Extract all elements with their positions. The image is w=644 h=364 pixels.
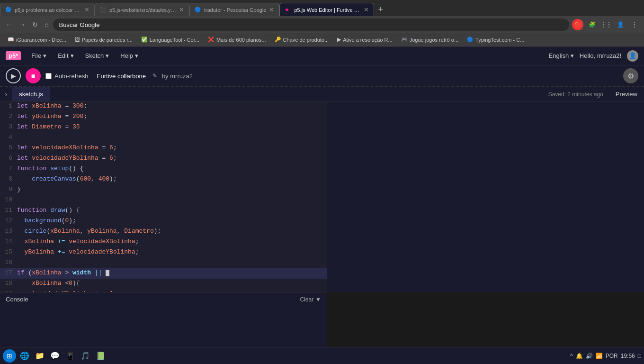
bookmark-5[interactable]: 🔑 Chave de produto... bbox=[271, 36, 333, 44]
code-line-10[interactable]: 10 bbox=[0, 195, 327, 206]
taskbar-music-icon[interactable]: 🎵 bbox=[79, 349, 92, 363]
line-number-14: 14 bbox=[0, 237, 17, 247]
bookmark-2[interactable]: 🖼 Papeis de paredes r... bbox=[71, 36, 136, 44]
bookmark-3-label: LanguageTool - Cor... bbox=[150, 37, 199, 43]
line-number-18: 18 bbox=[0, 279, 17, 289]
tray-chevron[interactable]: ^ bbox=[570, 353, 573, 359]
code-line-18[interactable]: 18 xBolinha <0){ bbox=[0, 279, 327, 289]
line-content-2: let yBolinha = 200; bbox=[17, 112, 327, 122]
line-number-4: 4 bbox=[0, 133, 17, 143]
line-content-5: let velocidadeXBolinha = 6; bbox=[17, 143, 327, 154]
tab-2-close[interactable]: ✕ bbox=[179, 6, 184, 13]
bookmark-7-icon: 🎮 bbox=[401, 36, 408, 43]
extension-icon-3[interactable]: ⋮⋮ bbox=[600, 19, 612, 30]
stop-button[interactable]: ■ bbox=[26, 68, 41, 83]
sketch-js-tab[interactable]: sketch.js bbox=[12, 87, 50, 101]
code-line-14[interactable]: 14 xBolinha += velocidadeXBolinha; bbox=[0, 237, 327, 247]
tab-1-close[interactable]: ✕ bbox=[84, 6, 89, 13]
menu-help[interactable]: Help ▾ bbox=[116, 50, 143, 61]
refresh-button[interactable]: ↻ bbox=[30, 19, 40, 30]
code-line-1[interactable]: 1let xBolinha = 300; bbox=[0, 101, 327, 112]
bookmark-8[interactable]: 🔵 TypingTest.com - C... bbox=[463, 36, 528, 44]
browser-chrome: 🔵 p5js problema ao colocar a barr... ✕ ⬛… bbox=[0, 0, 644, 46]
menu-sketch[interactable]: Sketch ▾ bbox=[80, 50, 114, 61]
taskbar-browser-icon[interactable]: 🌐 bbox=[18, 349, 31, 363]
menu-file[interactable]: File ▾ bbox=[27, 50, 51, 61]
address-input[interactable] bbox=[53, 18, 569, 31]
tab-3[interactable]: 🔵 tradutor - Pesquisa Google ✕ bbox=[189, 3, 279, 16]
toggle-sidebar-button[interactable]: › bbox=[0, 87, 12, 101]
code-line-6[interactable]: 6let velocidadeYBolinha = 6; bbox=[0, 154, 327, 164]
line-number-1: 1 bbox=[0, 101, 17, 112]
home-button[interactable]: ⌂ bbox=[43, 19, 50, 30]
taskbar-office-icon[interactable]: 📗 bbox=[94, 349, 107, 363]
code-line-17[interactable]: 17if (xBolinha > width || bbox=[0, 268, 327, 279]
bookmark-1[interactable]: 📖 iGuarani.com - Dicc... bbox=[4, 36, 70, 44]
line-content-12: background(0); bbox=[17, 216, 327, 227]
line-number-8: 8 bbox=[0, 174, 17, 185]
code-line-5[interactable]: 5let velocidadeXBolinha = 6; bbox=[0, 143, 327, 154]
settings-button[interactable]: ⚙ bbox=[623, 68, 638, 83]
project-name: Furtive collarbone bbox=[97, 73, 146, 80]
extension-icon-2[interactable]: 🧩 bbox=[586, 19, 598, 30]
code-line-11[interactable]: 11function draw() { bbox=[0, 206, 327, 216]
forward-button[interactable]: → bbox=[17, 19, 27, 30]
play-button[interactable]: ▶ bbox=[6, 68, 21, 83]
code-line-15[interactable]: 15 yBolinha += velocidadeYBolinha; bbox=[0, 247, 327, 258]
edit-project-icon[interactable]: ✎ bbox=[152, 73, 157, 79]
tab-2[interactable]: ⬛ p5.js-website/src/data/es.yml at... ✕ bbox=[95, 3, 189, 16]
code-line-3[interactable]: 3let Diametro = 35 bbox=[0, 122, 327, 133]
line-number-3: 3 bbox=[0, 122, 17, 133]
bookmark-3[interactable]: ✅ LanguageTool - Cor... bbox=[137, 36, 203, 44]
auto-refresh-toggle[interactable]: Auto-refresh bbox=[45, 73, 89, 80]
taskbar-chat-icon[interactable]: 💬 bbox=[48, 349, 62, 363]
code-line-12[interactable]: 12 background(0); bbox=[0, 216, 327, 227]
tray-network[interactable]: 📶 bbox=[596, 353, 603, 359]
code-line-9[interactable]: 9} bbox=[0, 185, 327, 195]
back-button[interactable]: ← bbox=[4, 19, 14, 30]
code-line-4[interactable]: 4 bbox=[0, 133, 327, 143]
auto-refresh-checkbox[interactable] bbox=[45, 73, 52, 79]
code-line-16[interactable]: 16 bbox=[0, 258, 327, 268]
line-number-6: 6 bbox=[0, 154, 17, 164]
bookmark-5-label: Chave de produto... bbox=[283, 37, 329, 43]
bookmark-2-icon: 🖼 bbox=[75, 37, 80, 43]
taskbar-phone-icon[interactable]: 📱 bbox=[63, 349, 77, 363]
tray-show-desktop[interactable]: □ bbox=[638, 353, 641, 359]
tab-4-close[interactable]: ✕ bbox=[364, 6, 369, 13]
line-content-6: let velocidadeYBolinha = 6; bbox=[17, 154, 327, 164]
code-editor[interactable]: 1let xBolinha = 300;2let yBolinha = 200;… bbox=[0, 101, 327, 292]
line-content-8: createCanvas(600, 400); bbox=[17, 174, 327, 185]
bookmark-4-icon: ❌ bbox=[208, 36, 215, 43]
menu-edit[interactable]: Edit ▾ bbox=[53, 50, 78, 61]
user-avatar[interactable]: 👤 bbox=[627, 50, 638, 62]
language-selector[interactable]: English ▾ bbox=[549, 52, 574, 59]
preview-panel bbox=[327, 101, 644, 292]
line-content-10 bbox=[17, 195, 327, 206]
line-number-16: 16 bbox=[0, 258, 17, 268]
code-line-13[interactable]: 13 circle(xBolinha, yBolinha, Diametro); bbox=[0, 227, 327, 237]
menu-button[interactable]: ⋮ bbox=[629, 19, 640, 30]
tab-4[interactable]: ★ p5.js Web Editor | Furtive collarb... … bbox=[279, 3, 374, 16]
code-line-7[interactable]: 7function setup() { bbox=[0, 164, 327, 174]
bookmark-3-icon: ✅ bbox=[141, 36, 148, 43]
line-number-17: 17 bbox=[0, 268, 17, 279]
code-line-2[interactable]: 2let yBolinha = 200; bbox=[0, 112, 327, 122]
editor-section: › sketch.js Saved: 2 minutes ago Preview… bbox=[0, 87, 644, 354]
bookmark-7[interactable]: 🎮 Jogue jogos retrô o... bbox=[397, 36, 462, 44]
tab-3-close[interactable]: ✕ bbox=[269, 6, 274, 13]
bookmark-4[interactable]: ❌ Mais de 600 planos... bbox=[204, 36, 270, 44]
tray-speaker[interactable]: 🔊 bbox=[586, 353, 593, 359]
new-tab-button[interactable]: + bbox=[374, 3, 387, 16]
tab-bar: 🔵 p5js problema ao colocar a barr... ✕ ⬛… bbox=[0, 0, 644, 16]
code-line-8[interactable]: 8 createCanvas(600, 400); bbox=[0, 174, 327, 185]
tab-1[interactable]: 🔵 p5js problema ao colocar a barr... ✕ bbox=[0, 3, 95, 16]
taskbar-files-icon[interactable]: 📁 bbox=[33, 349, 46, 363]
clear-console-button[interactable]: Clear ▼ bbox=[300, 296, 321, 303]
tray-notifications[interactable]: 🔔 bbox=[576, 353, 583, 359]
extension-icon-4[interactable]: 👤 bbox=[615, 19, 626, 30]
start-button[interactable]: ⊞ bbox=[3, 349, 16, 363]
bookmark-6[interactable]: ▶ Ative a resolução R... bbox=[333, 36, 396, 44]
code-line-19[interactable]: 19 velocidadeXBolinha += -1; bbox=[0, 289, 327, 292]
extension-icon-1[interactable]: 🔴 bbox=[572, 19, 583, 30]
